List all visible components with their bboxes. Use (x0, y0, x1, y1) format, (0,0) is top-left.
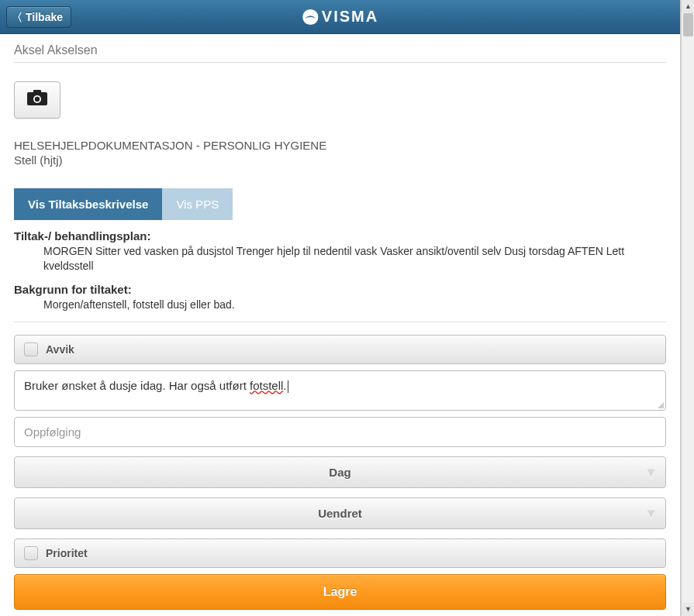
scrollbar-thumb[interactable] (683, 13, 693, 36)
document-subtitle: Stell (hjtj) (14, 153, 666, 167)
plan-body: MORGEN Sitter ved vasken på dusjstol Tre… (14, 244, 666, 274)
shift-select[interactable]: Dag ▾ (14, 456, 666, 488)
status-select-value: Uendret (318, 507, 362, 520)
background-label: Bakgrunn for tiltaket: (14, 283, 666, 296)
patient-name: Aksel Akselsen (14, 43, 666, 63)
back-button-label: Tilbake (26, 11, 63, 23)
scroll-up-arrow-icon[interactable]: ▲ (682, 0, 694, 13)
tabs: Vis Tiltaksbeskrivelse Vis PPS (14, 188, 666, 220)
document-title: HELSEHJELPDOKUMENTASJON - PERSONLIG HYGI… (14, 139, 666, 152)
chevron-left-icon: 〈 (12, 12, 22, 22)
brand-logo-text: VISMA (322, 8, 378, 26)
camera-button[interactable] (14, 81, 60, 119)
app-header: 〈 Tilbake VISMA (0, 0, 680, 34)
priority-row[interactable]: Prioritet (14, 539, 666, 568)
shift-select-value: Dag (329, 466, 350, 479)
note-text-after: . (283, 379, 286, 392)
svg-rect-2 (33, 90, 41, 94)
back-button[interactable]: 〈 Tilbake (6, 6, 71, 28)
avvik-label: Avvik (46, 343, 74, 356)
save-button-label: Lagre (323, 585, 357, 598)
priority-label: Prioritet (46, 547, 88, 559)
scroll-down-arrow-icon[interactable]: ▼ (682, 603, 694, 616)
tab-pps[interactable]: Vis PPS (162, 188, 233, 220)
followup-input[interactable] (14, 417, 666, 447)
chevron-down-icon: ▾ (647, 463, 654, 480)
chevron-down-icon: ▾ (647, 504, 654, 521)
vertical-scrollbar[interactable]: ▲ ▼ (681, 0, 694, 616)
visma-logo-icon (302, 9, 319, 26)
resize-handle-icon[interactable] (656, 401, 664, 408)
note-misspelled-word: fotstell (250, 379, 283, 392)
status-select[interactable]: Uendret ▾ (14, 497, 666, 529)
plan-label: Tiltak-/ behandlingsplan: (14, 229, 666, 243)
note-text-before: Bruker ønsket å dusje idag. Har også utf… (24, 379, 250, 392)
text-cursor (288, 380, 288, 393)
divider (14, 322, 666, 322)
save-button[interactable]: Lagre (14, 574, 666, 610)
svg-point-4 (35, 97, 40, 102)
priority-checkbox[interactable] (24, 546, 38, 560)
avvik-row[interactable]: Avvik (14, 335, 666, 364)
background-body: Morgen/aftenstell, fotstell dusj eller b… (14, 298, 666, 312)
avvik-checkbox[interactable] (24, 342, 38, 356)
camera-icon (26, 89, 48, 111)
brand-logo: VISMA (302, 8, 378, 26)
tab-tiltaksbeskrivelse[interactable]: Vis Tiltaksbeskrivelse (14, 188, 162, 220)
note-textarea[interactable]: Bruker ønsket å dusje idag. Har også utf… (14, 370, 666, 411)
